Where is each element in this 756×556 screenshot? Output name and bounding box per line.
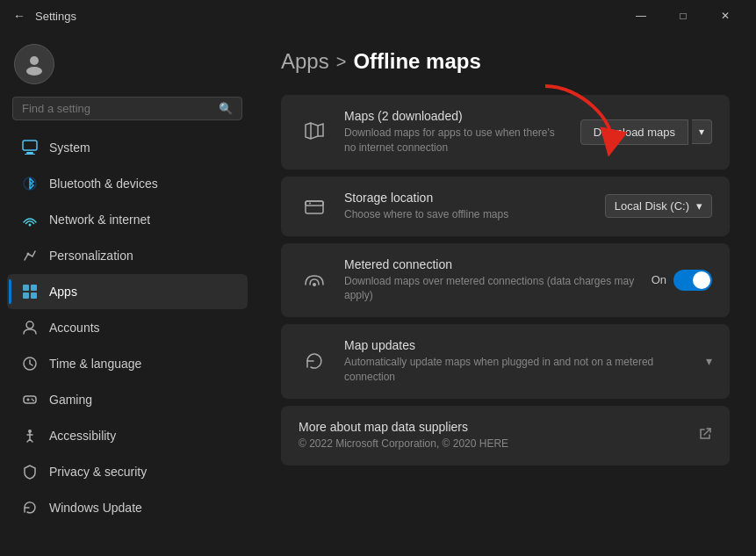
maximize-button[interactable]: □ bbox=[663, 2, 703, 30]
svg-point-21 bbox=[313, 283, 316, 286]
svg-rect-8 bbox=[23, 285, 29, 291]
card-text-metered: Metered connectionDownload maps over met… bbox=[344, 257, 637, 304]
svg-point-1 bbox=[26, 67, 42, 76]
sidebar-item-label-network: Network & internet bbox=[49, 213, 150, 227]
card-title-storage: Storage location bbox=[344, 191, 591, 205]
svg-point-16 bbox=[32, 400, 34, 401]
svg-rect-2 bbox=[23, 141, 37, 150]
main-layout: 🔍 SystemBluetooth & devicesNetwork & int… bbox=[0, 32, 756, 556]
breadcrumb-apps[interactable]: Apps bbox=[281, 49, 329, 74]
sidebar-item-bluetooth[interactable]: Bluetooth & devices bbox=[7, 166, 248, 201]
card-title-more: More about map data suppliers bbox=[299, 420, 684, 434]
sidebar-item-apps[interactable]: Apps bbox=[7, 274, 248, 309]
card-icon-metered bbox=[299, 264, 330, 296]
card-title-metered: Metered connection bbox=[344, 257, 637, 271]
sidebar-item-label-gaming: Gaming bbox=[49, 393, 92, 407]
card-metered: Metered connectionDownload maps over met… bbox=[281, 243, 730, 318]
svg-rect-3 bbox=[26, 152, 33, 154]
sidebar-item-network[interactable]: Network & internet bbox=[7, 202, 248, 237]
dropdown-caret-icon: ▾ bbox=[696, 199, 702, 213]
card-text-more: More about map data suppliers© 2022 Micr… bbox=[299, 420, 684, 451]
sidebar-item-label-apps: Apps bbox=[49, 285, 77, 299]
storage-location-dropdown[interactable]: Local Disk (C:)▾ bbox=[605, 194, 712, 218]
card-desc-metered: Download maps over metered connections (… bbox=[344, 274, 637, 304]
accounts-icon bbox=[21, 319, 39, 336]
svg-rect-4 bbox=[25, 154, 35, 155]
svg-line-22 bbox=[704, 429, 710, 435]
metered-toggle[interactable] bbox=[673, 270, 712, 291]
sidebar-item-accounts[interactable]: Accounts bbox=[7, 310, 248, 345]
title-bar: ← Settings — □ ✕ bbox=[0, 0, 756, 32]
back-button[interactable]: ← bbox=[11, 7, 28, 25]
sidebar-item-label-accessibility: Accessibility bbox=[49, 429, 116, 443]
svg-point-6 bbox=[29, 224, 32, 227]
svg-rect-14 bbox=[24, 396, 36, 403]
svg-rect-11 bbox=[31, 292, 37, 299]
card-action-maps: Download maps▾ bbox=[580, 119, 712, 145]
search-box[interactable]: 🔍 bbox=[12, 97, 242, 120]
toggle-label: On bbox=[652, 273, 666, 286]
search-section: 🔍 bbox=[0, 93, 255, 129]
card-title-maps: Maps (2 downloaded) bbox=[344, 109, 566, 123]
svg-point-20 bbox=[309, 202, 311, 204]
sidebar-item-label-personalization: Personalization bbox=[49, 249, 133, 263]
toggle-knob bbox=[693, 271, 710, 289]
card-more[interactable]: More about map data suppliers© 2022 Micr… bbox=[281, 406, 730, 466]
metered-toggle-row: On bbox=[652, 270, 712, 291]
svg-point-7 bbox=[27, 253, 30, 256]
download-maps-button[interactable]: Download maps bbox=[580, 119, 688, 145]
card-text-maps: Maps (2 downloaded)Download maps for app… bbox=[344, 109, 566, 155]
minimize-button[interactable]: — bbox=[621, 2, 661, 30]
breadcrumb-current: Offline maps bbox=[353, 49, 480, 74]
sidebar-item-label-update: Windows Update bbox=[49, 501, 142, 515]
time-icon bbox=[21, 355, 39, 372]
card-maps: Maps (2 downloaded)Download maps for app… bbox=[281, 95, 730, 170]
user-avatar-section[interactable] bbox=[0, 32, 255, 93]
card-map_updates[interactable]: Map updatesAutomatically update maps whe… bbox=[281, 324, 730, 399]
window-controls: — □ ✕ bbox=[621, 2, 745, 30]
bluetooth-icon bbox=[21, 175, 39, 192]
svg-rect-18 bbox=[306, 201, 323, 213]
sidebar-item-update[interactable]: Windows Update bbox=[7, 490, 248, 525]
nav-list: SystemBluetooth & devicesNetwork & inter… bbox=[0, 129, 255, 526]
card-storage: Storage locationChoose where to save off… bbox=[281, 177, 730, 236]
card-desc-more: © 2022 Microsoft Corporation, © 2020 HER… bbox=[299, 437, 684, 451]
app-title: Settings bbox=[35, 10, 76, 23]
apps-icon bbox=[21, 283, 39, 300]
search-input[interactable] bbox=[22, 102, 219, 115]
svg-rect-10 bbox=[23, 292, 29, 299]
content-area: Apps > Offline maps Maps (2 downloaded)D… bbox=[255, 32, 756, 556]
close-button[interactable]: ✕ bbox=[705, 2, 745, 30]
sidebar-item-label-bluetooth: Bluetooth & devices bbox=[49, 177, 158, 191]
search-icon: 🔍 bbox=[219, 102, 233, 115]
accessibility-icon bbox=[21, 427, 39, 444]
sidebar-item-gaming[interactable]: Gaming bbox=[7, 382, 248, 417]
svg-point-12 bbox=[26, 321, 33, 329]
personalization-icon bbox=[21, 247, 39, 264]
sidebar-item-accessibility[interactable]: Accessibility bbox=[7, 418, 248, 453]
sidebar-item-label-accounts: Accounts bbox=[49, 321, 100, 335]
gaming-icon bbox=[21, 391, 39, 408]
breadcrumb: Apps > Offline maps bbox=[281, 49, 730, 74]
svg-rect-19 bbox=[306, 201, 323, 206]
card-title-map_updates: Map updates bbox=[344, 338, 692, 352]
card-icon-map_updates bbox=[299, 345, 330, 377]
sidebar-item-label-time: Time & language bbox=[49, 357, 141, 371]
download-maps-caret[interactable]: ▾ bbox=[692, 119, 712, 144]
privacy-icon bbox=[21, 463, 39, 480]
network-icon bbox=[21, 211, 39, 228]
sidebar: 🔍 SystemBluetooth & devicesNetwork & int… bbox=[0, 32, 255, 556]
cards-container: Maps (2 downloaded)Download maps for app… bbox=[281, 95, 730, 466]
card-desc-maps: Download maps for apps to use when there… bbox=[344, 126, 566, 155]
card-desc-map_updates: Automatically update maps when plugged i… bbox=[344, 355, 692, 385]
sidebar-item-privacy[interactable]: Privacy & security bbox=[7, 454, 248, 489]
card-icon-storage bbox=[299, 191, 330, 222]
sidebar-item-time[interactable]: Time & language bbox=[7, 346, 248, 381]
card-text-storage: Storage locationChoose where to save off… bbox=[344, 191, 591, 222]
card-text-map_updates: Map updatesAutomatically update maps whe… bbox=[344, 338, 692, 385]
sidebar-item-label-system: System bbox=[49, 141, 90, 155]
sidebar-item-personalization[interactable]: Personalization bbox=[7, 238, 248, 273]
svg-point-0 bbox=[30, 56, 39, 65]
sidebar-item-system[interactable]: System bbox=[7, 130, 248, 165]
storage-location-label: Local Disk (C:) bbox=[615, 199, 689, 213]
